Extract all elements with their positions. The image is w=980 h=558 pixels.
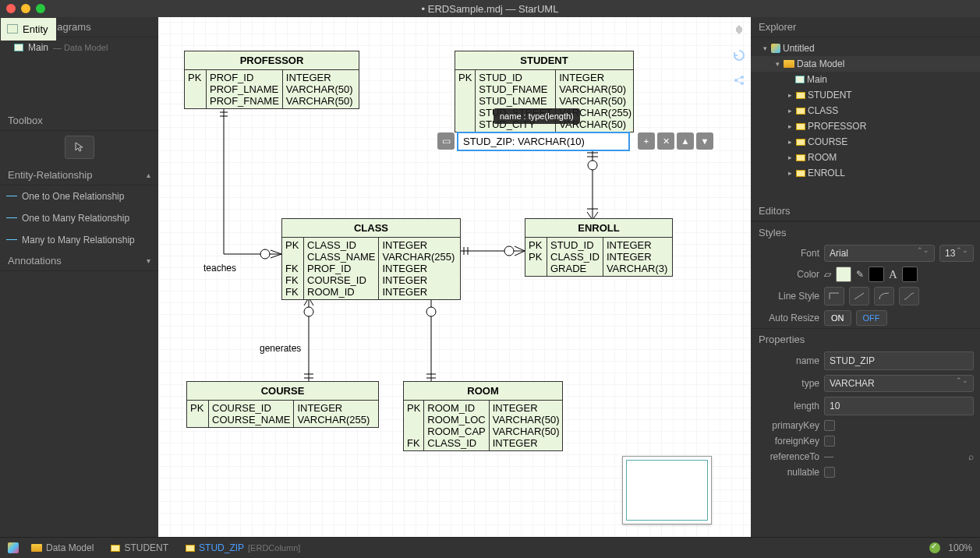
breadcrumb-student[interactable]: STUDENT bbox=[106, 541, 173, 555]
tree-entity-course[interactable]: ▸COURSE bbox=[751, 134, 980, 150]
entity-title: STUDENT bbox=[455, 51, 633, 70]
validation-ok-icon[interactable] bbox=[929, 542, 940, 553]
svg-line-33 bbox=[737, 77, 741, 79]
entity-icon bbox=[111, 545, 120, 552]
tool-one-to-one[interactable]: One to One Relationship bbox=[0, 185, 158, 207]
titlebar: • ERDSample.mdj — StarUML bbox=[0, 0, 980, 17]
svg-point-4 bbox=[260, 249, 270, 259]
entity-relationship-section[interactable]: Entity-Relationship ▴ bbox=[0, 165, 158, 185]
entity-title: CLASS bbox=[282, 219, 460, 238]
linestyle-curve[interactable] bbox=[899, 287, 919, 305]
chevron-down-icon: ▾ bbox=[147, 256, 150, 265]
zoom-level[interactable]: 100% bbox=[948, 542, 972, 553]
styles-header: Styles bbox=[751, 222, 980, 242]
project-icon bbox=[771, 44, 780, 53]
svg-line-5 bbox=[271, 250, 281, 254]
svg-line-34 bbox=[737, 81, 741, 83]
column-edit-input[interactable]: STUD_ZIP: VARCHAR(10) bbox=[457, 132, 630, 151]
rotate-icon[interactable] bbox=[732, 48, 746, 62]
prop-foreignkey-checkbox[interactable] bbox=[824, 436, 835, 447]
tree-entity-class[interactable]: ▸CLASS bbox=[751, 103, 980, 118]
breadcrumb-stud-zip[interactable]: STUD_ZIP[ERDColumn] bbox=[181, 541, 305, 555]
search-icon[interactable]: ⌕ bbox=[968, 451, 974, 462]
window-close-button[interactable] bbox=[6, 4, 16, 13]
prop-length-input[interactable] bbox=[824, 397, 974, 415]
breadcrumb-data-model[interactable]: Data Model bbox=[27, 541, 98, 555]
fill-color-swatch[interactable] bbox=[836, 267, 851, 282]
plug-icon[interactable] bbox=[732, 23, 746, 37]
tree-untitled[interactable]: ▾Untitled bbox=[751, 41, 980, 56]
app-icon bbox=[8, 542, 19, 553]
tool-one-to-many[interactable]: One to Many Relationship bbox=[0, 207, 158, 229]
explorer-header: Explorer bbox=[751, 17, 980, 37]
align-button[interactable]: ▭ bbox=[437, 132, 455, 150]
entity-icon bbox=[796, 123, 805, 130]
svg-point-10 bbox=[588, 161, 597, 170]
column-icon bbox=[186, 545, 195, 552]
edit-delete-button[interactable]: ✕ bbox=[657, 132, 674, 150]
tool-cursor[interactable] bbox=[65, 136, 94, 159]
share-icon[interactable] bbox=[732, 73, 746, 87]
svg-line-18 bbox=[515, 246, 525, 251]
editors-header: Editors bbox=[751, 201, 980, 221]
window-title: • ERDSample.mdj — StarUML bbox=[0, 3, 980, 15]
entity-icon bbox=[796, 92, 805, 99]
tree-entity-enroll[interactable]: ▸ENROLL bbox=[751, 165, 980, 181]
tool-many-to-many[interactable]: Many to Many Relationship bbox=[0, 229, 158, 251]
center-panel: PROFESSOR PK PROF_IDPROF_LNAMEPROF_FNAME… bbox=[158, 17, 751, 537]
prop-primarykey-checkbox[interactable] bbox=[824, 420, 835, 431]
svg-line-19 bbox=[515, 251, 525, 256]
relationship-label-generates: generates bbox=[260, 343, 301, 354]
line-color-swatch[interactable] bbox=[869, 267, 884, 282]
entity-title: COURSE bbox=[187, 382, 378, 401]
tree-entity-professor[interactable]: ▸PROFESSOR bbox=[751, 118, 980, 134]
entity-icon bbox=[796, 170, 805, 177]
linestyle-oblique[interactable] bbox=[849, 287, 869, 305]
linestyle-rounded[interactable] bbox=[874, 287, 894, 305]
text-color-swatch[interactable] bbox=[902, 267, 918, 282]
font-family-select[interactable]: Arial bbox=[824, 245, 935, 262]
diagram-icon bbox=[795, 76, 805, 83]
tree-data-model[interactable]: ▾Data Model bbox=[751, 56, 980, 72]
prop-type-select[interactable]: VARCHAR bbox=[824, 375, 974, 392]
font-size-select[interactable]: 13 bbox=[939, 245, 974, 262]
entity-professor[interactable]: PROFESSOR PK PROF_IDPROF_LNAMEPROF_FNAME… bbox=[184, 51, 359, 109]
edit-move-down-button[interactable]: ▼ bbox=[696, 132, 713, 150]
entity-icon bbox=[796, 154, 805, 161]
tree-entity-student[interactable]: ▸STUDENT bbox=[751, 87, 980, 103]
toolbox-header: Toolbox bbox=[0, 111, 158, 131]
entity-title: ENROLL bbox=[525, 219, 672, 238]
properties-header: Properties bbox=[751, 329, 980, 349]
svg-point-27 bbox=[426, 307, 436, 316]
svg-point-17 bbox=[504, 246, 514, 256]
edit-move-up-button[interactable]: ▲ bbox=[677, 132, 694, 150]
tree-main-diagram[interactable]: Main bbox=[751, 72, 980, 87]
entity-icon bbox=[796, 139, 805, 146]
fill-icon: ▱ bbox=[824, 269, 831, 280]
edit-add-button[interactable]: + bbox=[638, 132, 655, 150]
window-zoom-button[interactable] bbox=[36, 4, 45, 13]
relationship-label-teaches: teaches bbox=[203, 263, 236, 274]
svg-line-6 bbox=[271, 254, 281, 258]
prop-name-input[interactable] bbox=[824, 351, 974, 370]
entity-room[interactable]: ROOM PK FK ROOM_IDROOM_LOCROOM_CAPCLASS_… bbox=[403, 381, 563, 451]
entity-icon bbox=[796, 108, 805, 115]
statusbar: Data Model STUDENT STUD_ZIP[ERDColumn] 1… bbox=[0, 537, 980, 558]
autoresize-on[interactable]: ON bbox=[824, 310, 851, 326]
minimap[interactable] bbox=[622, 456, 712, 524]
window-minimize-button[interactable] bbox=[21, 4, 30, 13]
autoresize-off[interactable]: OFF bbox=[856, 310, 887, 326]
explorer-tree: ▾Untitled ▾Data Model Main ▸STUDENT ▸CLA… bbox=[751, 37, 980, 184]
linestyle-rectilinear[interactable] bbox=[824, 287, 844, 305]
diagram-icon bbox=[14, 44, 23, 51]
tree-entity-room[interactable]: ▸ROOM bbox=[751, 150, 980, 165]
annotations-section[interactable]: Annotations ▾ bbox=[0, 251, 158, 271]
entity-class[interactable]: CLASS PK FKFKFK CLASS_IDCLASS_NAMEPROF_I… bbox=[281, 218, 461, 300]
entity-enroll[interactable]: ENROLL PKPK STUD_IDCLASS_IDGRADE INTEGER… bbox=[525, 218, 673, 277]
diagram-canvas[interactable]: PROFESSOR PK PROF_IDPROF_LNAMEPROF_FNAME… bbox=[158, 17, 751, 537]
tool-entity[interactable]: Entity bbox=[0, 17, 57, 41]
prop-nullable-checkbox[interactable] bbox=[824, 467, 835, 478]
right-panel: Explorer ▾Untitled ▾Data Model Main ▸STU… bbox=[751, 17, 980, 537]
entity-course[interactable]: COURSE PK COURSE_IDCOURSE_NAME INTEGERVA… bbox=[186, 381, 379, 428]
text-icon: A bbox=[889, 268, 897, 281]
